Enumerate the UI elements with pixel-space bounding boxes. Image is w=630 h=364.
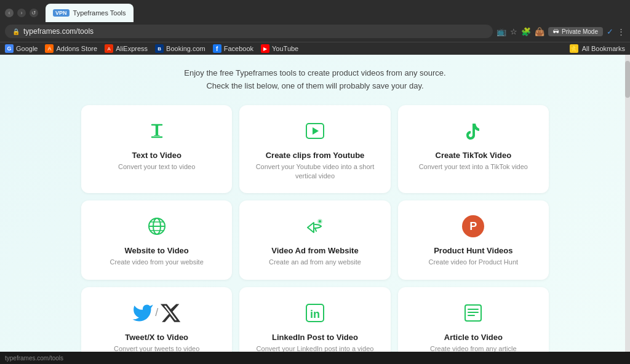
bookmark-aliexpress[interactable]: A AliExpress — [105, 44, 148, 53]
article-desc: Create video from any article — [430, 344, 517, 352]
linkedin-desc: Convert your LinkedIn post into a video — [257, 344, 374, 352]
bookmarks-right: ⭐ All Bookmarks — [570, 44, 625, 53]
wallet-icon: 👜 — [535, 27, 544, 36]
bookmark-youtube[interactable]: ▶ YouTube — [261, 44, 298, 53]
website-video-desc: Create video from your website — [110, 258, 204, 267]
video-ad-icon — [301, 213, 329, 240]
google-icon: G — [5, 44, 14, 53]
status-text: typeframes.com/tools — [5, 355, 63, 362]
tools-grid: I Text to Video Convert your text to vid… — [81, 105, 549, 352]
tool-card-article[interactable]: Article to Video Create video from any a… — [398, 287, 549, 352]
tool-card-tweet[interactable]: / Tweet/X to Video Convert your tweets t… — [81, 287, 232, 352]
private-mode-icon: 🕶 — [553, 28, 559, 35]
youtube-clips-title: Create clips from Youtube — [266, 151, 365, 160]
all-bookmarks-label[interactable]: All Bookmarks — [582, 45, 625, 52]
video-ad-title: Video Ad from Website — [271, 246, 358, 255]
addons-icon: A — [45, 44, 54, 53]
all-bookmarks-icon: ⭐ — [570, 44, 578, 53]
header-line2: Check the list below, one of them will p… — [184, 80, 445, 93]
youtube-icon: ▶ — [261, 44, 269, 53]
browser-controls: ‹ › ↺ — [5, 9, 38, 17]
bookmarks-bar: G Google A Addons Store A AliExpress B B… — [0, 42, 630, 55]
ph-circle: P — [462, 215, 484, 237]
youtube-clips-desc: Convert your Youtube video into a short … — [249, 162, 380, 181]
svg-marker-4 — [313, 127, 319, 135]
article-icon — [460, 299, 487, 326]
bookmark-facebook-label: Facebook — [224, 45, 253, 52]
bookmark-facebook[interactable]: f Facebook — [213, 44, 253, 53]
vpn-badge: VPN — [53, 9, 70, 17]
page-content: Enjoy the free Typeframes tools to creat… — [0, 55, 630, 352]
text-to-video-desc: Convert your text to video — [118, 162, 195, 172]
svg-point-11 — [319, 220, 321, 223]
private-mode-label: Private Mode — [562, 28, 598, 35]
tiktok-icon — [460, 117, 487, 144]
website-video-title: Website to Video — [125, 246, 189, 255]
tool-card-video-ad[interactable]: Video Ad from Website Create an ad from … — [239, 200, 390, 279]
text-to-video-title: Text to Video — [132, 151, 181, 160]
url-display: typeframes.com/tools — [23, 27, 94, 36]
active-tab[interactable]: VPN Typeframes Tools — [46, 4, 134, 22]
private-mode-badge: 🕶 Private Mode — [548, 27, 603, 36]
tweet-desc: Convert your tweets to video — [114, 344, 199, 352]
website-video-icon — [143, 213, 170, 240]
bottom-bar: typeframes.com/tools — [0, 352, 630, 364]
tiktok-title: Create TikTok Video — [436, 151, 512, 160]
slash-divider: / — [155, 306, 158, 319]
linkedin-icon: in — [301, 299, 329, 326]
tiktok-desc: Convert your text into a TikTok video — [419, 162, 528, 172]
puzzle-icon: 🧩 — [521, 27, 531, 36]
cast-icon: 📺 — [496, 27, 506, 36]
tweet-icon: / — [143, 299, 170, 326]
browser-actions: 📺 ☆ 🧩 👜 🕶 Private Mode ✓ ⋮ — [496, 27, 625, 36]
header-line1: Enjoy the free Typeframes tools to creat… — [184, 67, 445, 80]
facebook-icon: f — [213, 44, 221, 53]
aliexpress-icon: A — [105, 44, 113, 53]
tool-card-tiktok[interactable]: Create TikTok Video Convert your text in… — [398, 105, 549, 194]
bookmark-aliexpress-label: AliExpress — [116, 45, 148, 52]
tweet-title: Tweet/X to Video — [125, 333, 188, 342]
tool-card-website-video[interactable]: Website to Video Create video from your … — [81, 200, 232, 279]
scrollbar-thumb[interactable] — [625, 61, 630, 98]
page-header: Enjoy the free Typeframes tools to creat… — [184, 67, 445, 93]
product-hunt-icon: P — [460, 213, 487, 240]
text-to-video-icon: I — [143, 117, 170, 144]
tab-title: Typeframes Tools — [73, 9, 126, 17]
tool-card-linkedin[interactable]: in LinkedIn Post to Video Convert your L… — [239, 287, 390, 352]
product-hunt-title: Product Hunt Videos — [434, 246, 512, 255]
scrollbar-track — [625, 55, 630, 352]
nav-forward-button[interactable]: › — [17, 9, 26, 17]
bookmark-booking-label: Booking.com — [166, 45, 205, 52]
menu-icon[interactable]: ⋮ — [617, 27, 625, 36]
star-icon[interactable]: ☆ — [510, 27, 517, 36]
booking-icon: B — [155, 44, 164, 53]
linkedin-title: LinkedIn Post to Video — [272, 333, 358, 342]
bookmark-addons-label: Addons Store — [56, 45, 97, 52]
browser-chrome: ‹ › ↺ VPN Typeframes Tools 🔒 typeframes.… — [0, 0, 630, 55]
verified-icon: ✓ — [607, 27, 613, 36]
bookmark-google-label: Google — [16, 45, 38, 52]
bookmark-booking[interactable]: B Booking.com — [155, 44, 205, 53]
address-field[interactable]: 🔒 typeframes.com/tools — [5, 25, 493, 38]
article-title: Article to Video — [444, 333, 503, 342]
tab-bar: ‹ › ↺ VPN Typeframes Tools — [0, 0, 630, 22]
address-bar-row: 🔒 typeframes.com/tools 📺 ☆ 🧩 👜 🕶 Private… — [0, 22, 630, 42]
svg-text:in: in — [310, 308, 320, 320]
tweet-x-group: / — [132, 302, 181, 324]
tool-card-product-hunt[interactable]: P Product Hunt Videos Create video for P… — [398, 200, 549, 279]
bookmark-google[interactable]: G Google — [5, 44, 38, 53]
tool-card-youtube-clips[interactable]: Create clips from Youtube Convert your Y… — [239, 105, 390, 194]
nav-refresh-button[interactable]: ↺ — [30, 9, 38, 17]
bookmark-youtube-label: YouTube — [272, 45, 298, 52]
bookmark-addons[interactable]: A Addons Store — [45, 44, 97, 53]
video-ad-desc: Create an ad from any website — [269, 258, 361, 267]
tool-card-text-to-video[interactable]: I Text to Video Convert your text to vid… — [81, 105, 232, 194]
youtube-clips-icon — [301, 117, 329, 144]
product-hunt-desc: Create video for Product Hunt — [429, 258, 519, 267]
lock-icon: 🔒 — [12, 28, 20, 35]
nav-back-button[interactable]: ‹ — [5, 9, 14, 17]
